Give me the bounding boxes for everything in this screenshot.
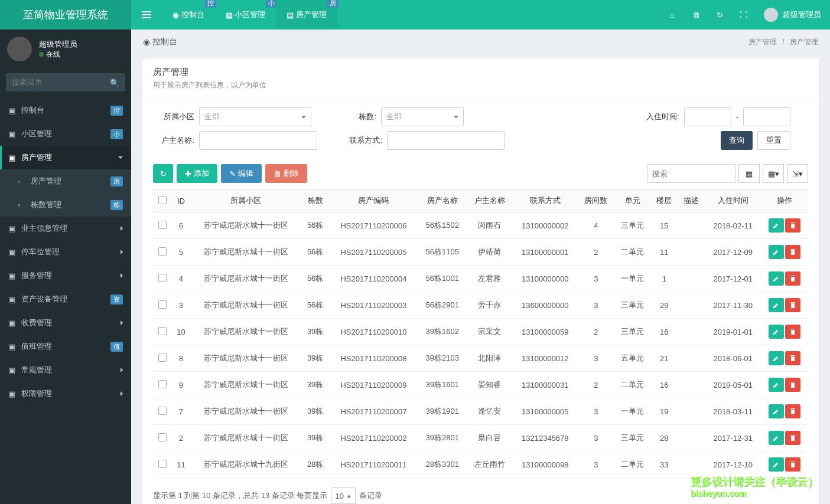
nav-tabs: ◉ 控制台 控 ▦ 小区管理 小 ▤ 房产管理 房	[162, 0, 660, 30]
hamburger-icon	[142, 11, 151, 18]
nav-tab-community[interactable]: ▦ 小区管理 小	[215, 0, 276, 30]
brand: 至简物业管理系统	[0, 0, 131, 30]
nav-user-name: 超级管理员	[783, 9, 821, 20]
nav-user[interactable]: 超级管理员	[755, 8, 830, 22]
trash-icon[interactable]: 🗑	[684, 0, 708, 30]
nav-right: ⌂ 🗑 ↻ ⛶ 超级管理员	[660, 0, 830, 30]
refresh-icon[interactable]: ↻	[708, 0, 731, 30]
building-icon: ▦	[226, 11, 233, 19]
dashboard-icon: ◉	[172, 11, 179, 19]
nav-tab-console[interactable]: ◉ 控制台 控	[162, 0, 215, 30]
house-icon: ▤	[287, 11, 294, 19]
nav-tab-label: 控制台	[181, 9, 204, 20]
sidebar-toggle[interactable]	[131, 0, 162, 30]
nav-tab-property[interactable]: ▤ 房产管理 房	[276, 0, 337, 30]
home-icon[interactable]: ⌂	[660, 0, 684, 30]
avatar-icon	[764, 8, 778, 22]
fullscreen-icon[interactable]: ⛶	[731, 0, 755, 30]
navbar: 至简物业管理系统 ◉ 控制台 控 ▦ 小区管理 小 ▤ 房产管理 房 ⌂ 🗑 ↻…	[0, 0, 830, 30]
